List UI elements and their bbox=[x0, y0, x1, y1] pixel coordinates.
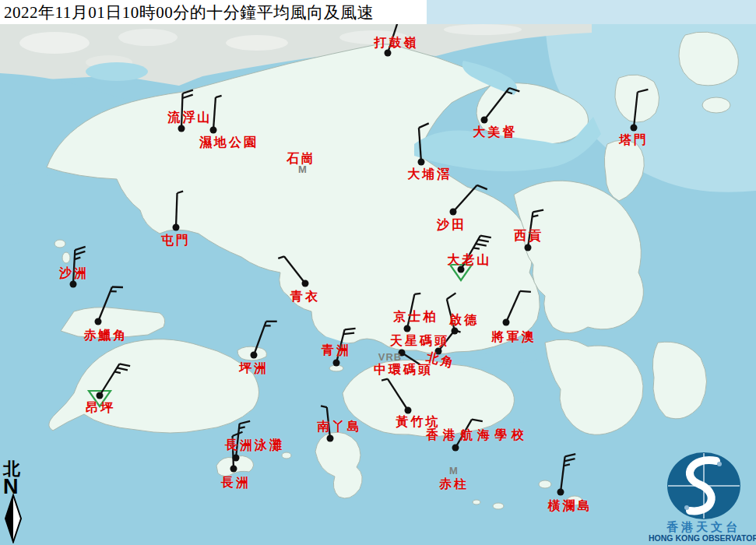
wind-barb-stem bbox=[236, 424, 240, 458]
wind-barb-feather-half bbox=[533, 216, 539, 217]
wind-barb-feather-full bbox=[117, 367, 128, 370]
wind-barb-feather-full bbox=[419, 123, 429, 128]
wind-barb-feather-full bbox=[75, 251, 85, 255]
station-ta-kwu-ling bbox=[385, 19, 410, 57]
wind-barb-stem bbox=[73, 250, 75, 284]
station-star-ferry bbox=[399, 350, 420, 365]
station-waglan-island bbox=[557, 454, 576, 495]
wind-barb-feather-full bbox=[564, 459, 575, 461]
station-dot bbox=[435, 348, 442, 355]
wind-barb-feather-full bbox=[565, 454, 576, 456]
wind-barb-stem bbox=[336, 329, 345, 363]
station-kings-park bbox=[404, 294, 421, 332]
station-wong-chuk-hang bbox=[382, 379, 411, 414]
station-hk-sea-school bbox=[452, 420, 483, 452]
station-sha-tin bbox=[450, 185, 487, 216]
station-dot bbox=[481, 117, 488, 124]
wind-barb-stem bbox=[284, 256, 305, 283]
wind-map-screenshot: 打鼓嶺流浮山濕地公園石崗M大美督塔門大埔滘沙田屯門西貢沙洲大老山青衣赤鱲角京士柏… bbox=[0, 0, 756, 545]
station-cheung-chau-beach bbox=[233, 421, 251, 462]
wind-barb-feather-full bbox=[119, 364, 130, 366]
station-dot bbox=[405, 407, 412, 414]
wind-barb-feather-full bbox=[345, 329, 356, 329]
station-lau-fau-shan bbox=[178, 90, 193, 132]
station-dot bbox=[503, 319, 510, 326]
station-dot bbox=[418, 159, 425, 166]
wind-barb-feather-half bbox=[114, 371, 121, 373]
station-dot bbox=[327, 435, 334, 442]
title-band: 2022年11月01日10時00分的十分鐘平均風向及風速 bbox=[0, 0, 427, 24]
station-tuen-mun bbox=[173, 192, 184, 231]
station-dot bbox=[385, 50, 392, 57]
wind-barb-stem bbox=[506, 291, 520, 322]
station-tates-cairn bbox=[450, 236, 491, 280]
station-dot bbox=[70, 281, 77, 288]
wind-barb-feather-full bbox=[182, 95, 192, 98]
wind-barb-feather-half bbox=[178, 192, 184, 193]
wind-barb-stem bbox=[176, 193, 178, 227]
station-dot bbox=[97, 392, 104, 399]
wind-barb-feather-full bbox=[240, 421, 251, 424]
station-sha-chau bbox=[70, 247, 86, 288]
wind-barb-feather-full bbox=[533, 210, 543, 213]
wind-barb-feather-half bbox=[216, 96, 222, 97]
station-dot bbox=[178, 125, 185, 132]
wind-barb-stem bbox=[388, 379, 408, 410]
wind-barb-stem bbox=[453, 185, 477, 212]
north-compass: 北 N bbox=[2, 458, 33, 545]
wind-barb-stem bbox=[98, 287, 112, 322]
station-dot bbox=[210, 127, 217, 134]
station-dot bbox=[399, 350, 406, 357]
station-tsing-yi bbox=[278, 256, 308, 287]
station-wetland-park bbox=[210, 96, 222, 134]
station-dot bbox=[173, 224, 180, 231]
station-tai-mei-tuk bbox=[481, 88, 520, 123]
wind-barb-feather-full bbox=[476, 244, 487, 245]
station-north-point bbox=[435, 330, 461, 354]
wind-barb-feather-full bbox=[75, 247, 85, 250]
wind-barb-stem bbox=[561, 456, 565, 492]
wind-barb-feather-full bbox=[472, 420, 483, 421]
station-sai-kung bbox=[525, 210, 544, 251]
wind-barb-feather-full bbox=[478, 240, 489, 241]
station-dot bbox=[251, 352, 258, 359]
station-dot bbox=[450, 209, 457, 216]
wind-barb-stem bbox=[484, 88, 509, 120]
wind-barb-stem bbox=[327, 407, 330, 438]
station-kai-tak bbox=[447, 293, 459, 334]
wind-barb-feather-full bbox=[343, 333, 354, 334]
wind-barb-stem bbox=[181, 93, 183, 128]
station-ngong-ping bbox=[89, 364, 130, 406]
station-tai-po-kau bbox=[418, 123, 429, 165]
wind-barb-stem bbox=[455, 420, 472, 448]
wind-barb-stem bbox=[419, 128, 421, 162]
wind-barb-feather-full bbox=[447, 293, 456, 299]
wind-barb-feather-full bbox=[183, 90, 193, 93]
wind-barb-stem bbox=[213, 97, 216, 130]
station-lamma-island bbox=[321, 406, 333, 441]
wind-barb-feather-full bbox=[477, 185, 487, 189]
wind-barb-feather-half bbox=[473, 248, 480, 248]
wind-barb-feather-half bbox=[321, 406, 327, 407]
station-tseung-kwan-o bbox=[503, 291, 531, 326]
wind-barb-stem bbox=[634, 92, 638, 128]
station-dot bbox=[631, 125, 638, 132]
wind-barb-feather-full bbox=[638, 90, 649, 92]
wind-barb-stem bbox=[528, 212, 533, 248]
station-dot bbox=[458, 266, 465, 273]
wind-barb-feather-half bbox=[278, 256, 284, 258]
station-dot bbox=[525, 244, 532, 251]
station-dot bbox=[452, 445, 459, 452]
station-dot bbox=[95, 318, 102, 325]
station-dot bbox=[404, 325, 411, 332]
wind-barb-feather-half bbox=[382, 379, 388, 381]
wind-barb-stem bbox=[233, 436, 234, 469]
station-peng-chau bbox=[251, 322, 277, 359]
wind-barb-stem bbox=[438, 330, 455, 351]
wind-barb-stem bbox=[407, 294, 414, 329]
station-chek-lap-kok bbox=[95, 287, 123, 325]
wind-barb-feather-half bbox=[506, 92, 512, 93]
compass-arrow-icon bbox=[2, 494, 33, 543]
hko-logo-english: HONG KONG OBSERVATORY bbox=[649, 533, 756, 543]
map-title: 2022年11月01日10時00分的十分鐘平均風向及風速 bbox=[4, 2, 374, 23]
